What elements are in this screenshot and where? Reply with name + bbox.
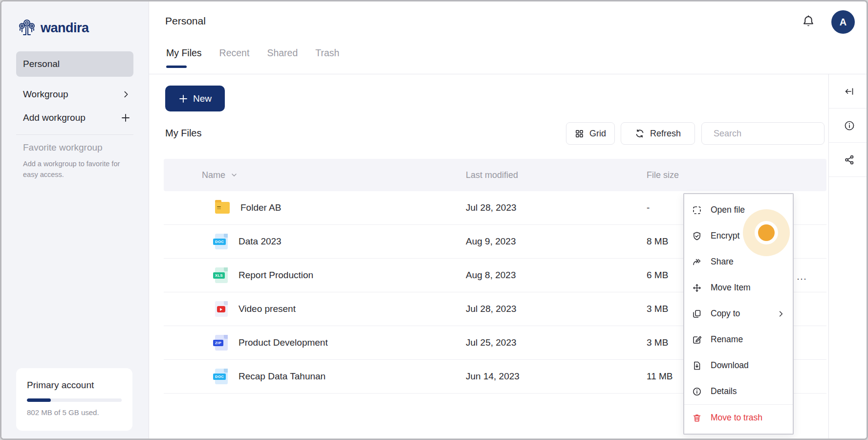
column-header-modified: Last modified xyxy=(466,170,647,180)
download-icon xyxy=(692,361,702,371)
refresh-icon xyxy=(635,129,645,138)
refresh-button-label: Refresh xyxy=(650,129,681,139)
grid-view-button[interactable]: Grid xyxy=(566,122,615,145)
app-window: wandira Personal Workgroup Add workgroup… xyxy=(0,0,868,440)
search-input[interactable] xyxy=(714,129,827,139)
menu-item-copy-to[interactable]: Copy to xyxy=(684,301,793,327)
folder-icon xyxy=(215,202,230,214)
tab-recent[interactable]: Recent xyxy=(219,47,250,72)
brand-logo: wandira xyxy=(18,18,89,38)
rename-icon xyxy=(692,335,702,345)
collapse-panel-button[interactable] xyxy=(829,74,868,109)
xls-file-icon: XLS xyxy=(215,267,228,283)
share-nodes-icon xyxy=(844,154,855,166)
tab-shared[interactable]: Shared xyxy=(267,47,298,72)
favorite-workgroup-description: Add a workgroup to favorite for easy acc… xyxy=(23,159,125,180)
sidebar-item-label: Add workgroup xyxy=(23,112,86,123)
menu-item-share[interactable]: Share xyxy=(684,249,793,275)
grid-button-label: Grid xyxy=(589,129,606,139)
chevron-right-icon xyxy=(122,90,130,99)
sidebar-item-add-workgroup[interactable]: Add workgroup xyxy=(16,107,133,129)
info-icon xyxy=(844,120,855,132)
new-button-label: New xyxy=(193,93,212,104)
wandira-logo-icon xyxy=(18,18,36,38)
file-modified: Aug 9, 2023 xyxy=(466,236,647,247)
move-icon xyxy=(692,283,702,293)
file-name: Data 2023 xyxy=(239,236,282,247)
plus-icon xyxy=(121,113,130,123)
notifications-bell-icon[interactable] xyxy=(801,14,816,29)
menu-item-download[interactable]: Download xyxy=(684,352,793,378)
tab-my-files[interactable]: My Files xyxy=(166,47,202,72)
storage-title: Primary account xyxy=(27,380,122,391)
menu-item-details[interactable]: Details xyxy=(684,378,793,404)
menu-item-rename[interactable]: Rename xyxy=(684,327,793,352)
menu-item-move[interactable]: Move Item xyxy=(684,275,793,301)
storage-usage-text: 802 MB of 5 GB used. xyxy=(27,408,122,417)
info-icon xyxy=(692,387,702,396)
tab-bar: My Files Recent Shared Trash xyxy=(166,47,339,72)
doc-file-icon: DOC xyxy=(215,234,228,249)
file-modified: Jul 28, 2023 xyxy=(466,304,647,314)
brand-name: wandira xyxy=(41,21,89,36)
right-rail xyxy=(828,74,868,439)
menu-item-move-to-trash[interactable]: Move to trash xyxy=(684,405,793,431)
doc-file-icon: DOC xyxy=(215,369,228,384)
grid-icon xyxy=(575,129,584,138)
collapse-arrow-icon xyxy=(844,86,855,97)
avatar-initial: A xyxy=(840,17,846,28)
trash-icon xyxy=(692,413,702,423)
file-modified: Aug 8, 2023 xyxy=(466,270,647,281)
share-panel-button[interactable] xyxy=(829,143,868,177)
file-modified: Jul 28, 2023 xyxy=(466,202,647,213)
sort-chevron-down-icon xyxy=(230,171,238,179)
header-divider xyxy=(149,74,867,74)
storage-progress-track xyxy=(27,398,122,402)
file-modified: Jul 25, 2023 xyxy=(466,337,647,348)
shield-check-icon xyxy=(692,231,702,241)
row-actions-ellipsis-button[interactable]: ... xyxy=(791,268,813,285)
column-header-size: File size xyxy=(647,170,826,180)
copy-icon xyxy=(692,309,702,319)
file-name: Product Development xyxy=(239,337,328,348)
table-header: Name Last modified File size xyxy=(164,159,826,191)
refresh-button[interactable]: Refresh xyxy=(621,122,695,145)
favorite-workgroup-title: Favorite workgroup xyxy=(23,142,103,153)
file-modified: Jun 14, 2023 xyxy=(466,371,647,382)
sidebar-item-workgroup[interactable]: Workgroup xyxy=(16,84,133,105)
open-file-icon xyxy=(692,205,702,215)
zip-file-icon: ZIP xyxy=(215,335,228,351)
file-name: Recap Data Tahunan xyxy=(239,371,326,382)
menu-item-encrypt[interactable]: Encrypt xyxy=(684,223,793,249)
sidebar: wandira Personal Workgroup Add workgroup… xyxy=(1,1,149,439)
file-name: Video present xyxy=(239,304,296,314)
search-box xyxy=(701,122,825,145)
info-panel-button[interactable] xyxy=(829,109,868,143)
share-arrow-icon xyxy=(692,257,702,267)
storage-card: Primary account 802 MB of 5 GB used. xyxy=(16,368,132,431)
section-title: My Files xyxy=(165,128,201,139)
sidebar-item-label: Personal xyxy=(23,59,60,69)
context-menu: Open file Encrypt Share xyxy=(683,193,794,435)
new-button[interactable]: New xyxy=(165,86,225,111)
submenu-chevron-right-icon xyxy=(777,310,785,318)
file-name: Folder AB xyxy=(240,202,281,213)
plus-icon xyxy=(178,94,188,104)
storage-progress-fill xyxy=(27,398,51,402)
sidebar-divider xyxy=(16,134,133,135)
menu-item-open-file[interactable]: Open file xyxy=(684,197,793,223)
sidebar-item-label: Workgroup xyxy=(23,89,68,100)
video-file-icon xyxy=(215,301,228,317)
file-name: Report Production xyxy=(239,270,313,281)
column-header-name[interactable]: Name xyxy=(164,170,466,180)
sidebar-item-personal[interactable]: Personal xyxy=(16,51,133,77)
tab-trash[interactable]: Trash xyxy=(315,47,339,72)
avatar[interactable]: A xyxy=(831,10,855,34)
page-title: Personal xyxy=(165,15,206,27)
